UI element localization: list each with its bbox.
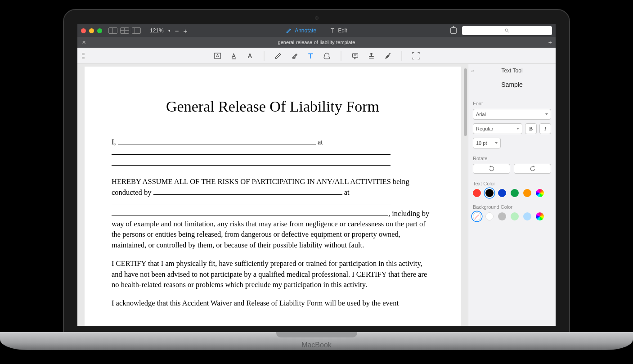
laptop-frame: 121% ▾ − + Annotate Edit	[63, 9, 570, 333]
inspector-title: Text Tool	[473, 67, 551, 74]
text-color-swatch[interactable]	[498, 189, 506, 197]
minimize-window-button[interactable]	[89, 28, 94, 33]
mode-switcher: Annotate Edit	[286, 27, 347, 34]
tab-bar: ✕ general-release-of-liability-template …	[77, 37, 556, 48]
view-mode-buttons	[108, 27, 141, 34]
bg-color-swatch[interactable]	[536, 212, 544, 220]
inspector-sample: Sample	[473, 81, 551, 88]
svg-point-0	[505, 29, 508, 31]
highlighter-tool[interactable]	[383, 52, 391, 60]
bg-color-swatch[interactable]	[523, 212, 531, 220]
drag-handle-icon[interactable]	[82, 52, 85, 60]
collapse-inspector-button[interactable]: »	[471, 67, 474, 74]
zoom-control: 121% ▾ − +	[150, 27, 187, 35]
title-bar: 121% ▾ − + Annotate Edit	[77, 24, 556, 37]
camera-icon	[315, 16, 319, 20]
search-input[interactable]	[462, 26, 552, 35]
close-window-button[interactable]	[81, 28, 86, 33]
rotate-cw-icon	[530, 166, 536, 172]
zoom-in-button[interactable]: +	[183, 27, 187, 35]
rotate-ccw-button[interactable]	[473, 164, 510, 174]
document-body: I, at HEREBY ASSUME ALL OF THE RISKS OF …	[112, 137, 434, 309]
laptop-brand-label: MacBook	[0, 341, 633, 349]
rotate-ccw-icon	[489, 166, 495, 172]
annotate-mode-button[interactable]: Annotate	[286, 27, 316, 34]
pen-icon	[286, 27, 292, 34]
document-viewport[interactable]: General Release Of Liability Form I, at …	[77, 64, 468, 326]
eraser-tool[interactable]	[290, 52, 298, 60]
text-color-swatches	[473, 189, 551, 197]
right-toolbar	[450, 26, 552, 35]
text-color-swatch[interactable]	[536, 189, 544, 197]
laptop-notch	[276, 332, 357, 337]
laptop-base: MacBook	[0, 332, 633, 350]
text-style-tool[interactable]	[246, 52, 254, 60]
doc-para-1: I, at	[112, 137, 434, 168]
text-tool[interactable]	[306, 52, 314, 60]
search-icon	[504, 28, 510, 33]
bg-color-swatch[interactable]	[473, 212, 481, 220]
shape-tool[interactable]	[323, 52, 331, 60]
selection-tool[interactable]	[412, 52, 420, 60]
pencil-tool[interactable]	[274, 52, 282, 60]
document-page[interactable]: General Release Of Liability Form I, at …	[85, 67, 461, 326]
text-color-swatch[interactable]	[473, 189, 481, 197]
maximize-window-button[interactable]	[97, 28, 102, 33]
view-grid-button[interactable]	[120, 27, 129, 34]
text-color-swatch[interactable]	[485, 189, 494, 197]
note-tool[interactable]	[351, 52, 359, 60]
annotation-toolbar	[77, 48, 556, 64]
font-size-select[interactable]: 10 pt	[473, 138, 501, 148]
inspector-panel: » Text Tool Sample Font Arial Regular B …	[468, 64, 556, 326]
doc-para-5: I acknowledge that this Accident Waiver …	[112, 298, 434, 308]
italic-button[interactable]: I	[539, 123, 551, 134]
chevron-down-icon[interactable]: ▾	[168, 28, 171, 33]
scrollbar-thumb[interactable]	[464, 68, 467, 136]
edit-label: Edit	[338, 27, 347, 34]
text-color-swatch[interactable]	[523, 189, 531, 197]
view-split-button[interactable]	[132, 27, 141, 34]
font-family-select[interactable]: Arial	[473, 109, 551, 120]
font-weight-select[interactable]: Regular	[473, 123, 522, 134]
app-window: 121% ▾ − + Annotate Edit	[77, 24, 556, 326]
main-area: General Release Of Liability Form I, at …	[77, 64, 556, 326]
zoom-out-button[interactable]: −	[175, 27, 179, 35]
text-color-swatch[interactable]	[511, 189, 519, 197]
edit-mode-button[interactable]: Edit	[329, 27, 347, 34]
doc-para-4: I CERTIFY that I am physically fit, have…	[112, 258, 434, 290]
zoom-level[interactable]: 121%	[150, 27, 164, 34]
tab-title[interactable]: general-release-of-liability-template	[278, 40, 355, 45]
font-box-tool[interactable]	[213, 52, 221, 60]
stamp-tool[interactable]	[367, 52, 375, 60]
bg-color-swatch[interactable]	[485, 212, 494, 220]
underline-text-tool[interactable]	[229, 52, 238, 60]
font-label: Font	[473, 101, 551, 106]
bg-color-swatch[interactable]	[511, 212, 519, 220]
view-single-button[interactable]	[108, 27, 117, 34]
annotate-label: Annotate	[295, 27, 316, 34]
bg-color-label: Background Color	[473, 204, 551, 210]
text-cursor-icon	[329, 27, 335, 34]
share-icon[interactable]	[450, 27, 457, 34]
svg-rect-2	[352, 53, 358, 57]
doc-para-2: HEREBY ASSUME ALL OF THE RISKS OF PARTIC…	[112, 176, 434, 250]
window-controls	[81, 28, 102, 33]
bold-button[interactable]: B	[525, 123, 537, 134]
add-tab-button[interactable]: +	[548, 39, 552, 46]
rotate-label: Rotate	[473, 156, 551, 161]
bg-color-swatches	[473, 212, 551, 220]
rotate-cw-button[interactable]	[514, 164, 551, 174]
close-tab-button[interactable]: ✕	[82, 40, 86, 45]
bg-color-swatch[interactable]	[498, 212, 506, 220]
text-color-label: Text Color	[473, 181, 551, 186]
document-title: General Release Of Liability Form	[112, 98, 434, 115]
